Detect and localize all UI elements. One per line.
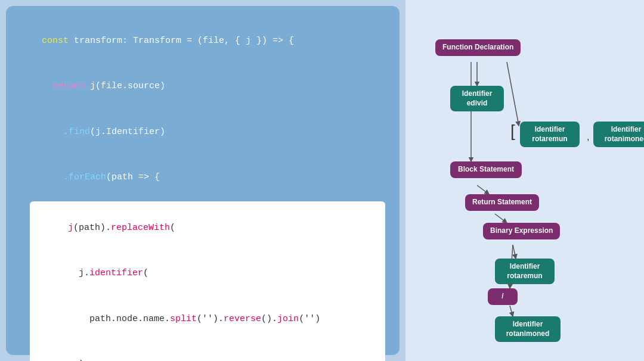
node-block-statement: Block Statement [450, 161, 522, 178]
ast-connections-svg [417, 10, 632, 351]
node-identifier-rotanimoned-body: Identifier rotanimoned [495, 316, 561, 342]
open-bracket: [ [510, 122, 515, 141]
code-panel: const transform: Transform = (file, { j … [6, 6, 400, 355]
highlight-line-4: ) [36, 342, 379, 362]
highlight-line-1: j(path).replaceWith( [36, 205, 379, 251]
node-identifier-rotaremun-body: Identifier rotaremun [495, 259, 555, 284]
node-slash-operator: / [488, 288, 518, 305]
svg-line-1 [507, 62, 519, 126]
highlight-line-2: j.identifier( [36, 251, 379, 297]
code-line-1: const transform: Transform = (file, { j … [20, 18, 385, 64]
code-line-2: return j(file.source) [20, 64, 385, 110]
highlight-line-3: path.node.name.split('').reverse().join(… [36, 296, 379, 342]
svg-line-5 [513, 245, 516, 259]
highlight-box: j(path).replaceWith( j.identifier( path.… [30, 201, 385, 361]
node-return-statement: Return Statement [465, 194, 539, 211]
svg-line-4 [495, 214, 507, 223]
node-identifier-rotanimoned: Identifier rotanimoned [593, 122, 644, 147]
code-line-4: .forEach(path => { [20, 155, 385, 201]
code-line-3: .find(j.Identifier) [20, 109, 385, 155]
node-identifier-edivid: Identifier edivid [450, 86, 504, 111]
ast-tree: Function Declaration Identifier edivid [… [417, 10, 632, 351]
svg-line-7 [510, 306, 513, 316]
node-identifier-rotaremun: Identifier rotaremun [520, 122, 580, 147]
node-binary-expression: Binary Expression [483, 223, 560, 239]
svg-line-3 [477, 185, 489, 194]
params-comma: , [587, 132, 589, 142]
node-function-declaration: Function Declaration [435, 39, 521, 56]
ast-panel: Function Declaration Identifier edivid [… [405, 0, 644, 361]
